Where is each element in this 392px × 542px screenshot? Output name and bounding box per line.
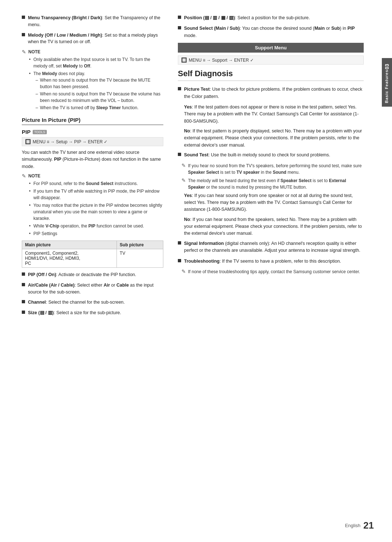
table-header-main: Main picture	[22, 241, 117, 249]
tools-badge: TOOLS	[33, 130, 46, 134]
table-row: Component1, Component2,HDMI1/DVI, HDMI2,…	[22, 249, 163, 268]
picture-test-yes: Yes: If the test pattern does not appear…	[184, 104, 364, 125]
sound-test-text: Sound Test: Use the built-in melody soun…	[184, 152, 330, 159]
side-tab: 03 Basic Features	[382, 58, 392, 107]
pencil-note: ✎ If none of these troubleshooting tips …	[181, 268, 364, 275]
pip-title: PIP	[22, 129, 30, 135]
bullet-icon	[22, 283, 25, 286]
note-section: ✎ NOTE Only available when the Input sou…	[22, 49, 163, 111]
list-item: Channel: Select the channel for the sub-…	[22, 299, 163, 306]
bullet-icon	[178, 241, 181, 245]
menu-transparency-text: Menu Transparency (Bright / Dark): Set t…	[28, 15, 163, 28]
list-item: Picture Test: Use to check for picture p…	[178, 86, 364, 100]
list-item: Position (▤ / ▥ / ▦ / ▧): Select a posit…	[178, 15, 364, 21]
note-sub-item: When the TV is turned off by Sleep Timer…	[33, 104, 163, 111]
pip-menu-path: 🔲 MENU ≡ → Setup → PIP → ENTER ✓	[22, 137, 163, 146]
right-column: Position (▤ / ▥ / ▦ / ▧): Select a posit…	[174, 15, 364, 527]
pip-note-section: ✎ NOTE For PIP sound, refer to the Sound…	[22, 173, 163, 237]
pip-menu-path-text: MENU ≡ → Setup → PIP → ENTER ✓	[33, 139, 107, 144]
menu-icon: 🔲	[181, 57, 187, 63]
note-item: You may notice that the picture in the P…	[29, 202, 163, 222]
bullet-icon	[22, 300, 25, 303]
list-item: Sound Test: Use the built-in melody soun…	[178, 152, 364, 159]
note-icon: ✎	[22, 173, 26, 179]
signal-info-text: Signal Information (digital channels onl…	[184, 240, 364, 254]
bullet-icon	[22, 16, 25, 19]
self-diagnosis-heading: Self Diagnosis	[178, 69, 364, 81]
list-item: Menu Transparency (Bright / Dark): Set t…	[22, 15, 163, 28]
note-icon: ✎	[22, 49, 26, 55]
note-sub-item: When no sound is output from the TV beca…	[33, 77, 163, 90]
chapter-number: 03	[384, 64, 390, 70]
pip-note-header: ✎ NOTE	[22, 173, 163, 179]
pip-heading: PIP TOOLS	[22, 129, 163, 135]
sound-select-text: Sound Select (Main / Sub): You can choos…	[184, 25, 364, 39]
note-item: If you turn the TV off while watching in…	[29, 188, 163, 201]
bullet-icon	[178, 153, 181, 156]
picture-test-text: Picture Test: Use to check for picture p…	[184, 86, 364, 100]
chapter-label: Basic Features	[384, 70, 389, 103]
left-column: Menu Transparency (Bright / Dark): Set t…	[22, 15, 174, 527]
support-menu-box: Support Menu	[178, 43, 364, 53]
note-item: For PIP sound, refer to the Sound Select…	[29, 180, 163, 187]
pencil-note-text: If none of these troubleshooting tips ap…	[188, 268, 360, 275]
list-item: Troubleshooting: If the TV seems to have…	[178, 258, 364, 265]
list-item: Signal Information (digital channels onl…	[178, 240, 364, 254]
list-item: PIP (Off / On): Activate or deactivate t…	[22, 271, 163, 278]
table-cell-main: Component1, Component2,HDMI1/DVI, HDMI2,…	[22, 249, 117, 268]
pencil-icon: ✎	[181, 268, 186, 274]
pip-off-on-text: PIP (Off / On): Activate or deactivate t…	[28, 271, 136, 278]
note-items: Only available when the Input source is …	[29, 56, 163, 111]
pip-note-items: For PIP sound, refer to the Sound Select…	[29, 180, 163, 237]
pip-body-text: You can watch the TV tuner and one exter…	[22, 149, 163, 170]
position-text: Position (▤ / ▥ / ▦ / ▧): Select a posit…	[184, 15, 310, 21]
pencil-note: ✎ The melody will be heard during the te…	[181, 177, 364, 190]
footer-page-number: 21	[363, 520, 374, 531]
pencil-note-text: If you hear no sound from the TV's speak…	[188, 163, 364, 176]
bullet-icon	[178, 87, 181, 90]
note-item: The Melody does not play. When no sound …	[29, 70, 163, 111]
bullet-icon	[178, 259, 181, 262]
note-item: While V-Chip operation, the PIP function…	[29, 223, 163, 229]
pencil-note-text: The melody will be heard during the test…	[188, 177, 364, 190]
bullet-icon	[178, 26, 181, 29]
list-item: Melody (Off / Low / Medium / High): Set …	[22, 32, 163, 46]
bullet-icon	[178, 16, 181, 19]
sound-test-no: No: If you can hear sound from the speak…	[184, 216, 364, 237]
note-item: Only available when the Input source is …	[29, 56, 163, 69]
picture-test-no: No: If the test pattern is properly disp…	[184, 128, 364, 149]
pencil-icon: ✎	[181, 177, 186, 183]
pip-table: Main picture Sub picture Component1, Com…	[22, 241, 163, 268]
note-header: ✎ NOTE	[22, 49, 163, 55]
table-cell-sub: TV	[117, 249, 163, 268]
air-cable-text: Air/Cable (Air / Cable): Select either A…	[28, 282, 163, 296]
footer-english-label: English	[345, 523, 360, 528]
note-item: PIP Settings	[29, 230, 163, 237]
size-text: Size (▤ / ▥): Select a size for the sub-…	[28, 309, 121, 316]
note-label: NOTE	[28, 49, 40, 54]
support-menu-path-text: MENU ≡ → Support → ENTER ✓	[189, 58, 254, 63]
melody-text: Melody (Off / Low / Medium / High): Set …	[28, 32, 163, 46]
pencil-note: ✎ If you hear no sound from the TV's spe…	[181, 163, 364, 176]
bullet-icon	[22, 33, 25, 36]
table-header-sub: Sub picture	[117, 241, 163, 249]
note-sub-item: When no sound is output from the TV beca…	[33, 91, 163, 104]
list-item: Size (▤ / ▥): Select a size for the sub-…	[22, 309, 163, 316]
pip-note-label: NOTE	[28, 173, 40, 178]
bullet-icon	[22, 272, 25, 276]
pencil-icon: ✎	[181, 163, 186, 168]
sound-test-yes: Yes: If you can hear sound only from one…	[184, 192, 364, 213]
channel-text: Channel: Select the channel for the sub-…	[28, 299, 125, 306]
pip-section-heading: Picture In Picture (PIP)	[22, 117, 163, 125]
bullet-icon	[22, 311, 25, 314]
troubleshooting-text: Troubleshooting: If the TV seems to have…	[184, 258, 341, 265]
list-item: Sound Select (Main / Sub): You can choos…	[178, 25, 364, 39]
list-item: Air/Cable (Air / Cable): Select either A…	[22, 282, 163, 296]
footer: English 21	[345, 520, 374, 531]
support-menu-path: 🔲 MENU ≡ → Support → ENTER ✓	[178, 56, 364, 65]
menu-icon: 🔲	[25, 139, 31, 144]
